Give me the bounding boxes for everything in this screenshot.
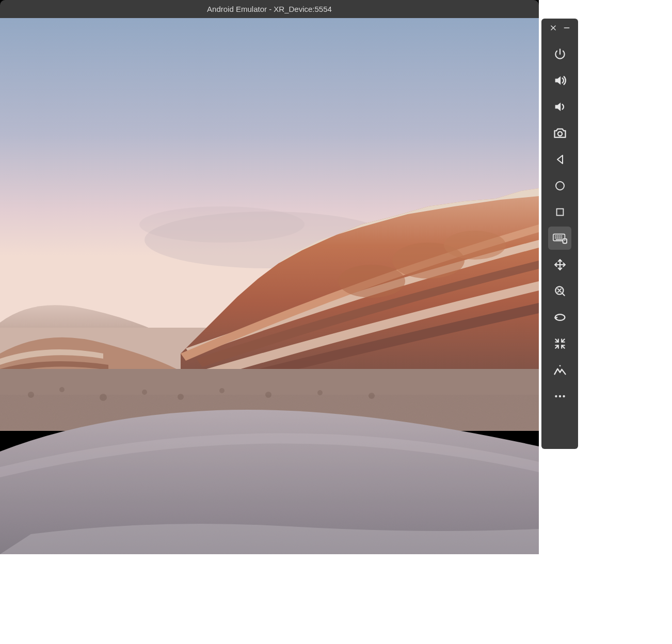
- svg-point-25: [555, 395, 557, 397]
- circle-icon: [554, 180, 566, 192]
- power-icon: [553, 47, 567, 61]
- svg-point-9: [59, 387, 65, 392]
- power-button[interactable]: [548, 42, 571, 66]
- svg-point-16: [369, 393, 375, 399]
- svg-point-2: [139, 206, 305, 243]
- home-button[interactable]: [548, 174, 571, 197]
- svg-point-24: [559, 365, 561, 366]
- move-button[interactable]: [548, 253, 571, 276]
- minimize-icon: [563, 24, 570, 31]
- screenshot-button[interactable]: [548, 121, 571, 144]
- emulator-window: Android Emulator - XR_Device:5554: [0, 0, 539, 554]
- svg-point-17: [557, 132, 562, 136]
- svg-point-8: [28, 392, 34, 398]
- keyboard-mouse-button[interactable]: [548, 227, 571, 250]
- rotate-icon: [553, 310, 567, 325]
- volume-down-icon: [553, 100, 567, 114]
- svg-point-15: [317, 390, 323, 395]
- back-button[interactable]: [548, 148, 571, 171]
- zoom-button[interactable]: [548, 279, 571, 302]
- window-titlebar: Android Emulator - XR_Device:5554: [0, 0, 539, 18]
- volume-up-icon: [553, 73, 567, 88]
- move-icon: [553, 258, 567, 271]
- svg-rect-19: [556, 208, 563, 215]
- minimize-button[interactable]: [561, 22, 573, 34]
- svg-point-11: [142, 390, 147, 395]
- scene-image: [0, 18, 539, 554]
- collapse-icon: [553, 337, 567, 350]
- svg-point-26: [558, 395, 561, 397]
- svg-point-10: [100, 394, 107, 401]
- more-button[interactable]: [548, 384, 571, 408]
- volume-up-button[interactable]: [548, 69, 571, 92]
- svg-point-6: [338, 265, 405, 298]
- emulator-viewport[interactable]: [0, 18, 539, 554]
- peaks-icon: [553, 363, 567, 377]
- square-icon: [554, 206, 566, 218]
- overview-button[interactable]: [548, 200, 571, 223]
- svg-point-12: [178, 394, 184, 400]
- collapse-button[interactable]: [548, 332, 571, 355]
- keyboard-icon: [552, 231, 568, 246]
- volume-down-button[interactable]: [548, 95, 571, 118]
- back-triangle-icon: [554, 153, 566, 166]
- svg-point-18: [556, 182, 564, 190]
- rotate-button[interactable]: [548, 305, 571, 329]
- window-title: Android Emulator - XR_Device:5554: [207, 5, 332, 13]
- close-button[interactable]: [547, 22, 559, 34]
- svg-point-27: [563, 395, 565, 397]
- more-icon: [553, 390, 567, 403]
- virtual-sensors-button[interactable]: [548, 358, 571, 381]
- svg-point-13: [219, 388, 225, 393]
- zoom-reset-icon: [553, 284, 567, 298]
- camera-icon: [553, 126, 567, 140]
- emulator-toolbar: [541, 19, 578, 449]
- svg-point-14: [265, 392, 271, 398]
- svg-point-5: [444, 231, 506, 260]
- close-icon: [550, 24, 557, 31]
